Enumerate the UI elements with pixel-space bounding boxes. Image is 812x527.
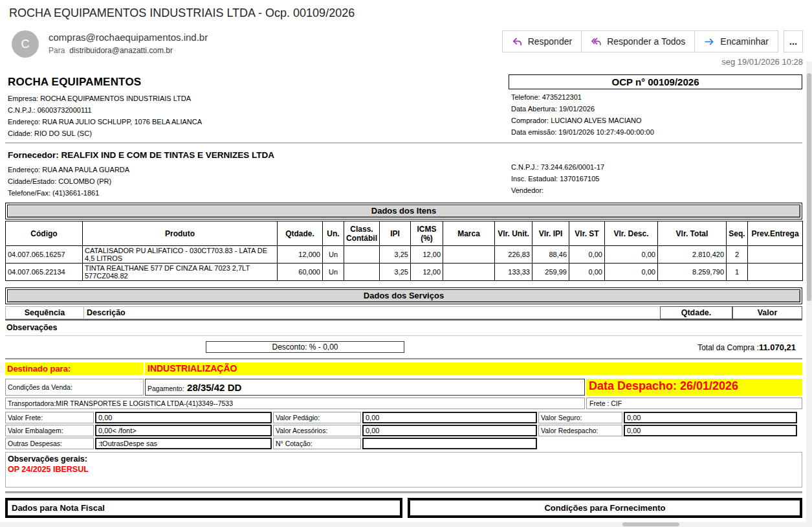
ocp-line: Telefone: 4735212301 [511,91,802,103]
fees-row: Valor Embalagem: 0,00< /font> Valor Aces… [5,425,802,436]
horizontal-scrollbar[interactable] [0,522,806,527]
ocp-number-box: OCP n° 00109/2026 [509,74,802,89]
services-col-value: Valor [732,306,802,319]
cell-vlr-desc: 0,00 [605,264,658,281]
recipient-line: Paradistribuidora@anazatti.com.br [49,46,502,55]
payment-label: Pagamento: [148,385,184,392]
company-line: C.N.P.J.: 06003732000111 [8,104,509,116]
sender-address[interactable]: compras@rochaequipamentos.ind.br [49,32,502,43]
col-header-icms: ICMS(%) [411,221,443,246]
vertical-scrollbar-thumb[interactable] [807,73,811,301]
more-actions-button[interactable]: ... [784,30,803,52]
cell-codigo: 04.007.065.16257 [6,246,83,264]
cell-marca [443,246,495,264]
carrier: Transportadora:MIR TRANSPORTES E LOGISTI… [5,398,585,409]
item-row: 04.007.065.16257 CATALISADOR PU ALIFATIC… [6,246,803,264]
col-header-seq: Seq. [727,221,748,246]
cell-codigo: 04.007.065.22134 [6,264,83,281]
supplier-line: Telefone/Fax: (41)3661-1861 [8,187,509,199]
destined-row: Destinado para: INDUSTRIALIZAÇÃO [5,363,802,375]
col-header-vlr-st: Vlr. ST [569,221,605,246]
company-title: ROCHA EQUIPAMENTOS [8,76,509,89]
response-button-group: Responder Responder a Todos [502,30,778,52]
avatar[interactable]: C [12,30,39,58]
carrier-row: Transportadora:MIR TRANSPORTES E LOGISTI… [5,398,802,409]
dispatch-date: Data Despacho: 26/01/2026 [586,379,802,396]
cell-class-contabil [344,264,380,281]
cell-vlr-unit: 133,33 [495,264,532,281]
discount-box: Desconto: % - 0,00 [206,341,404,353]
ocp-line: Comprador: LUCIANO ALVES MACIANO [511,115,802,126]
services-col-sequence: Sequência [5,306,84,319]
item-row: 04.007.065.22134 TINTA REALTHANE 577 DF … [6,264,803,281]
supplier-line: Cidade/Estado: COLOMBO (PR) [8,175,509,187]
col-header-vlr-ipi: Vlr. IPI [532,221,569,246]
company-line: Empresa: ROCHA EQUIPAMENTOS INDUSTRIAIS … [8,93,509,104]
reply-all-button[interactable]: Responder a Todos [582,31,695,52]
col-header-qtdade: Qtdade. [278,221,323,246]
cell-vlr-st: 0,00 [569,264,605,281]
ocp-line: Data emissão: 19/01/2026 10:27:49-00:00:… [511,126,802,138]
items-section-title: Dados dos Itens [7,205,800,218]
ocp-line: Data Abertura: 19/01/2026 [511,103,802,115]
col-header-vlr-desc: Vlr. Desc. [605,221,658,246]
cell-class-contabil [344,246,380,264]
payment-cell: Pagamento: 28/35/42 DD [145,379,585,396]
invoice-data-title: Dados para Nota Fiscal [5,498,402,518]
email-header: C compras@rochaequipamentos.ind.br Parad… [0,20,812,67]
col-header-produto: Produto [83,221,278,246]
cell-vlr-total: 2.810,420 [658,246,727,264]
col-header-prev-entrega: Prev.Entrega [748,221,803,246]
fee-value: 0,00 [95,412,272,423]
fee-label: Valor Embalagem: [5,425,94,436]
forward-button[interactable]: Encaminhar [695,31,778,52]
col-header-marca: Marca [443,221,495,246]
general-observations-label: Observações gerais: [8,454,798,464]
vertical-scrollbar[interactable] [806,62,812,522]
reply-all-icon [591,36,602,47]
destined-label: Destinado para: [5,363,144,375]
supply-conditions-title: Condições para Fornecimento [408,498,802,518]
services-header-row: Sequência Descrição Qtdade. Valor [5,306,802,320]
col-header-ipi: IPI [380,221,411,246]
observations-label: Observações [5,320,802,336]
recipient-address[interactable]: distribuidora@anazatti.com.br [69,46,173,55]
cell-icms: 12,00 [411,246,443,264]
supplier-line: Vendedor: [511,185,802,196]
company-line: Endereço: RUA RUA JULIO SCHLUPP, 1076 BE… [8,116,509,128]
supplier-line: Endereço: RUA ANA PAULA GUARDA [8,164,509,175]
fee-label: Valor Acessórios: [273,425,361,436]
services-section-title: Dados dos Serviços [7,289,800,302]
divider [5,142,802,144]
fee-value: 0,00 [362,412,537,423]
cell-un: Un [323,264,344,281]
cell-vlr-total: 8.259,790 [658,264,727,281]
cell-vlr-unit: 226,83 [495,246,532,264]
payment-value: 28/35/42 DD [187,382,241,393]
destined-value: INDUSTRIALIZAÇÃO [145,363,802,375]
sender-block: compras@rochaequipamentos.ind.br Paradis… [49,30,502,55]
email-subject: ROCHA EQUIPAMENTOS INDUSTRIAIS LTDA - Oc… [0,0,812,20]
cell-marca [443,264,495,281]
header-actions: Responder Responder a Todos [502,30,804,67]
cell-ipi: 3,25 [380,246,411,264]
freight-type: Frete : CIF [586,398,802,409]
cell-ipi: 3,25 [380,264,411,281]
supplier-line: C.N.P.J.: 73.244.626/0001-17 [511,161,802,173]
reply-button[interactable]: Responder [503,31,582,52]
horizontal-scrollbar-thumb[interactable] [622,522,679,526]
total-label: Total da Compra : [697,343,759,352]
divider [5,491,802,494]
fee-value: :tOutrasDespe sas [95,438,272,449]
col-header-un: Un. [323,221,344,246]
col-header-vlr-total: Vlr. Total [658,221,727,246]
supplier-title: Fornecedor: REALFIX IND E COM DE TINTAS … [8,150,509,160]
fees-grid: Valor Frete: 0,00 Valor Pedágio: 0,00 Va… [5,412,802,449]
col-header-codigo: Código [6,221,83,246]
col-header-vlr-unit: Vlr. Unit. [495,221,532,246]
cell-icms: 12,00 [411,264,443,281]
items-section-band: Dados dos Itens [5,203,802,219]
cell-prev-entrega [748,264,803,281]
fee-label: Outras Despesas: [5,438,94,449]
fee-label: Valor Redespacho: [538,425,622,436]
